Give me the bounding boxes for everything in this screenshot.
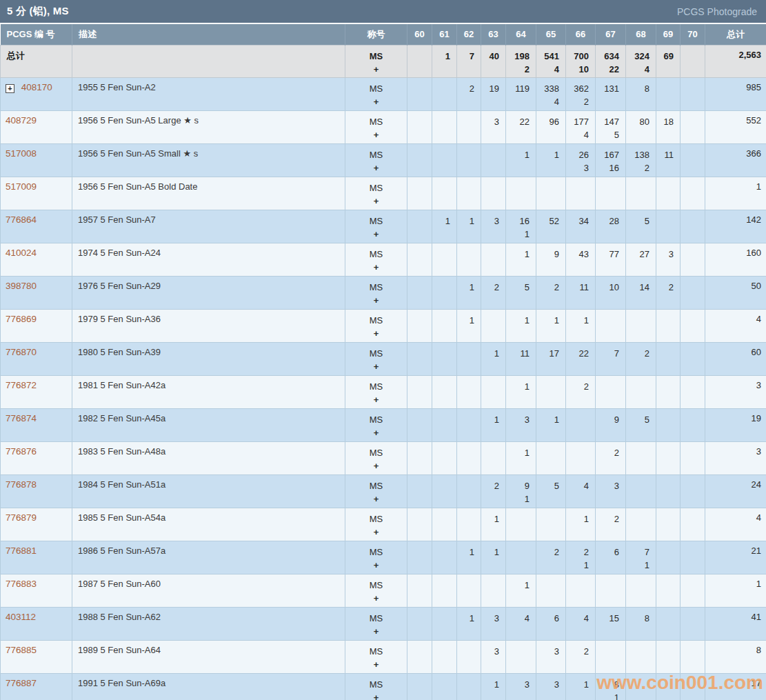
pcgs-number-cell: + 408170 xyxy=(1,77,72,110)
grade-66-cell: 4 xyxy=(566,607,596,640)
grade-64-cell: 1 xyxy=(506,441,536,474)
designation-ms: MS xyxy=(345,579,407,592)
grade-66-cell xyxy=(566,441,596,474)
designation-ms: MS xyxy=(345,50,407,63)
pcgs-number-link[interactable]: 408170 xyxy=(21,82,52,92)
pcgs-number-link[interactable]: 776879 xyxy=(6,512,37,523)
grade-63-cell xyxy=(481,574,506,607)
grade-70-cell xyxy=(681,375,705,408)
grade-61-cell xyxy=(432,673,457,700)
grade-67-cell: 10 xyxy=(596,276,626,309)
grade-61-cell xyxy=(432,508,457,541)
pcgs-number-link[interactable]: 776869 xyxy=(6,314,37,324)
grade-63-cell: 19 xyxy=(481,77,506,110)
column-header-67: 67 xyxy=(596,24,626,45)
grade-62-cell: 1 xyxy=(457,607,481,640)
pcgs-number-link[interactable]: 776881 xyxy=(6,546,37,556)
column-header-description: 描述 xyxy=(72,24,345,45)
grade-63-cell xyxy=(481,375,506,408)
pcgs-number-link[interactable]: 410024 xyxy=(6,248,37,258)
coin-description: 1987 5 Fen Sun-A60 xyxy=(72,574,345,607)
grade-68-cell: 71 xyxy=(626,541,656,574)
designation-cell: MS + xyxy=(345,210,407,243)
pcgs-number-cell: 776878 xyxy=(1,474,72,508)
designation-ms: MS xyxy=(345,546,407,559)
pcgs-number-link[interactable]: 517008 xyxy=(6,148,37,159)
pcgs-number-link[interactable]: 776883 xyxy=(6,579,37,589)
title-bar: 5 分 (铝), MS PCGS Photograde xyxy=(0,0,766,23)
grade-68-cell: 27 xyxy=(626,243,656,276)
grade-64-cell: 22 xyxy=(506,110,536,143)
totals-desc-empty xyxy=(72,45,345,77)
pcgs-number-link[interactable]: 776887 xyxy=(6,678,37,688)
grade-64-cell xyxy=(506,177,536,210)
pcgs-number-cell: 403112 xyxy=(1,607,72,640)
pcgs-number-link[interactable]: 776878 xyxy=(6,479,37,490)
grade-70-cell xyxy=(681,243,705,276)
grade-69-cell xyxy=(656,508,681,541)
column-header-total: 总计 xyxy=(705,24,766,45)
pcgs-number-link[interactable]: 776874 xyxy=(6,413,37,423)
grade-60-cell xyxy=(407,607,432,640)
pcgs-number-link[interactable]: 776876 xyxy=(6,446,37,457)
table-row: 776887 1991 5 Fen Sun-A69a MS + 13318117 xyxy=(1,673,766,700)
row-total: 1 xyxy=(705,574,766,607)
grade-62-cell xyxy=(457,243,481,276)
grade-70-cell xyxy=(681,574,705,607)
grade-67-cell: 15 xyxy=(596,607,626,640)
grade-62-cell xyxy=(457,375,481,408)
pcgs-number-link[interactable]: 517009 xyxy=(6,181,37,192)
column-header-64: 64 xyxy=(506,24,536,45)
pcgs-number-cell: 776883 xyxy=(1,574,72,607)
grade-70-cell xyxy=(681,541,705,574)
designation-plus: + xyxy=(345,194,407,208)
grade-62-cell xyxy=(457,408,481,441)
pcgs-number-link[interactable]: 398780 xyxy=(6,281,37,291)
designation-ms: MS xyxy=(345,645,407,658)
grade-67-cell: 6 xyxy=(596,541,626,574)
grade-69-cell: 3 xyxy=(656,243,681,276)
grade-68-cell: 80 xyxy=(626,110,656,143)
pcgs-photograde-link[interactable]: PCGS Photograde xyxy=(677,6,757,17)
grade-67-cell xyxy=(596,177,626,210)
grade-69-cell xyxy=(656,640,681,673)
grade-67-cell: 28 xyxy=(596,210,626,243)
coin-description: 1981 5 Fen Sun-A42a xyxy=(72,375,345,408)
designation-ms: MS xyxy=(345,181,407,194)
grade-67-cell: 63422 xyxy=(596,45,626,77)
population-report-page: 5 分 (铝), MS PCGS Photograde PCGS 编 号 描述 … xyxy=(0,0,766,700)
grade-62-cell xyxy=(457,342,481,375)
grade-67-cell xyxy=(596,309,626,342)
pcgs-number-link[interactable]: 776885 xyxy=(6,645,37,655)
grade-60-cell xyxy=(407,77,432,110)
grade-62-cell xyxy=(457,441,481,474)
grade-66-cell: 3622 xyxy=(566,77,596,110)
pcgs-number-link[interactable]: 776870 xyxy=(6,347,37,357)
grade-64-cell: 1 xyxy=(506,143,536,177)
grade-69-cell: 18 xyxy=(656,110,681,143)
row-total: 142 xyxy=(705,210,766,243)
expand-icon[interactable]: + xyxy=(6,84,14,93)
grade-62-cell: 7 xyxy=(457,45,481,77)
grade-69-cell xyxy=(656,375,681,408)
grade-64-cell: 91 xyxy=(506,474,536,508)
grade-65-cell: 6 xyxy=(536,607,566,640)
grade-65-cell: 1 xyxy=(536,143,566,177)
table-row: 410024 1974 5 Fen Sun-A24 MS + 194377273… xyxy=(1,243,766,276)
column-header-61: 61 xyxy=(432,24,457,45)
pcgs-number-link[interactable]: 776872 xyxy=(6,380,37,390)
pcgs-number-link[interactable]: 403112 xyxy=(6,612,36,622)
pcgs-number-link[interactable]: 776864 xyxy=(6,214,37,225)
grade-60-cell xyxy=(407,276,432,309)
grade-63-cell xyxy=(481,177,506,210)
coin-description: 1984 5 Fen Sun-A51a xyxy=(72,474,345,508)
grade-61-cell xyxy=(432,375,457,408)
grade-60-cell xyxy=(407,243,432,276)
grade-61-cell: 1 xyxy=(432,45,457,77)
grade-61-cell xyxy=(432,177,457,210)
coin-description: 1988 5 Fen Sun-A62 xyxy=(72,607,345,640)
table-row: 776864 1957 5 Fen Sun-A7 MS + 1131615234… xyxy=(1,210,766,243)
coin-description: 1956 5 Fen Sun-A5 Small ★ s xyxy=(72,143,345,177)
coin-description: 1956 5 Fen Sun-A5 Large ★ s xyxy=(72,110,345,143)
pcgs-number-link[interactable]: 408729 xyxy=(6,115,37,126)
